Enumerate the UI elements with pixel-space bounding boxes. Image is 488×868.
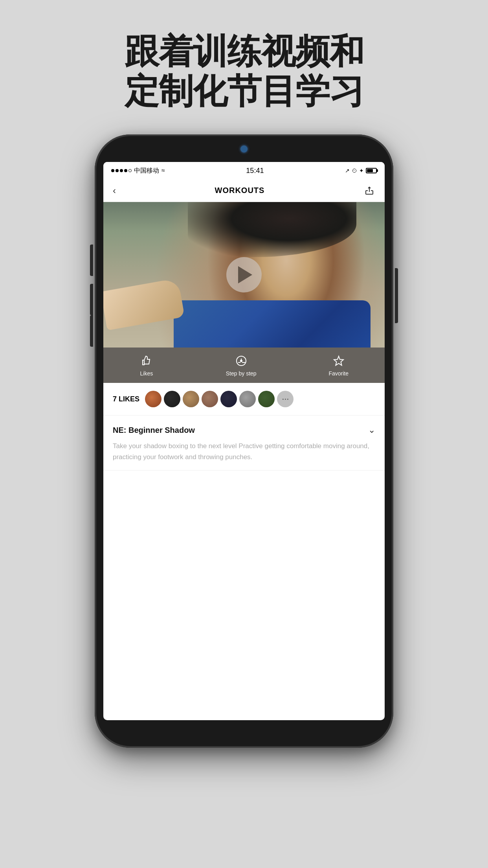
share-button[interactable] bbox=[363, 185, 375, 197]
nav-title: WORKOUTS bbox=[215, 186, 265, 195]
wifi-icon: ≈ bbox=[161, 167, 165, 174]
likes-action[interactable]: Likes bbox=[139, 354, 154, 377]
likes-count: 7 LIKES bbox=[113, 395, 139, 403]
signal-dot-2 bbox=[116, 169, 119, 172]
signal-dots bbox=[111, 169, 132, 172]
share-icon bbox=[365, 186, 374, 195]
favorite-action[interactable]: Favorite bbox=[328, 354, 349, 377]
phone-shell: 中国移动 ≈ 15:41 ↗ ⏲ ✦ ‹ WORKOUTS bbox=[95, 134, 393, 748]
back-button[interactable]: ‹ bbox=[113, 185, 116, 196]
description-text: Take your shadow boxing to the next leve… bbox=[113, 441, 375, 462]
step-label: Step by step bbox=[226, 370, 257, 377]
description-section: NE: Beginner Shadow ⌄ Take your shadow b… bbox=[103, 416, 385, 470]
camera-dot bbox=[240, 145, 248, 153]
status-right: ↗ ⏲ ✦ bbox=[345, 167, 377, 174]
svg-marker-6 bbox=[334, 356, 343, 365]
signal-dot-1 bbox=[111, 169, 114, 172]
signal-dot-3 bbox=[120, 169, 123, 172]
step-icon bbox=[234, 354, 248, 368]
video-shirt bbox=[174, 300, 371, 348]
status-left: 中国移动 ≈ bbox=[111, 167, 165, 175]
avatar-4[interactable] bbox=[202, 391, 218, 407]
likes-label: Likes bbox=[140, 370, 153, 377]
status-bar: 中国移动 ≈ 15:41 ↗ ⏲ ✦ bbox=[103, 162, 385, 179]
favorite-label: Favorite bbox=[328, 370, 349, 377]
bluetooth-icon: ✦ bbox=[359, 167, 364, 174]
avatars-row: ⋯ bbox=[145, 391, 294, 407]
avatar-6[interactable] bbox=[239, 391, 256, 407]
avatar-2[interactable] bbox=[164, 391, 180, 407]
battery-icon bbox=[366, 168, 377, 173]
avatar-7[interactable] bbox=[258, 391, 275, 407]
alarm-icon: ⏲ bbox=[352, 167, 357, 174]
avatar-3[interactable] bbox=[183, 391, 199, 407]
avatar-more-button[interactable]: ⋯ bbox=[277, 391, 294, 407]
action-bar: Likes Step by step bbox=[103, 348, 385, 383]
star-icon bbox=[332, 354, 346, 368]
description-header: NE: Beginner Shadow ⌄ bbox=[113, 425, 375, 435]
thumbs-up-icon bbox=[139, 354, 154, 368]
step-by-step-action[interactable]: Step by step bbox=[226, 354, 257, 377]
signal-dot-5 bbox=[128, 169, 132, 172]
nav-bar: ‹ WORKOUTS bbox=[103, 179, 385, 202]
description-title: NE: Beginner Shadow bbox=[113, 426, 195, 435]
play-button[interactable] bbox=[226, 257, 262, 292]
signal-dot-4 bbox=[124, 169, 127, 172]
likes-row: 7 LIKES ⋯ bbox=[103, 383, 385, 416]
svg-point-1 bbox=[240, 360, 242, 362]
location-icon: ↗ bbox=[345, 167, 350, 174]
play-triangle-icon bbox=[238, 266, 252, 283]
avatar-5[interactable] bbox=[220, 391, 237, 407]
page-title: 跟着训练视频和 定制化节目学习 bbox=[125, 31, 364, 111]
phone-mockup: 中国移动 ≈ 15:41 ↗ ⏲ ✦ ‹ WORKOUTS bbox=[95, 134, 393, 748]
avatar-1[interactable] bbox=[145, 391, 161, 407]
content-area: 7 LIKES ⋯ NE: Beginner bbox=[103, 383, 385, 470]
phone-screen: 中国移动 ≈ 15:41 ↗ ⏲ ✦ ‹ WORKOUTS bbox=[103, 162, 385, 720]
video-player[interactable] bbox=[103, 202, 385, 348]
battery-fill bbox=[367, 169, 373, 172]
status-time: 15:41 bbox=[246, 167, 264, 175]
expand-button[interactable]: ⌄ bbox=[368, 425, 375, 435]
carrier-label: 中国移动 bbox=[134, 167, 159, 175]
